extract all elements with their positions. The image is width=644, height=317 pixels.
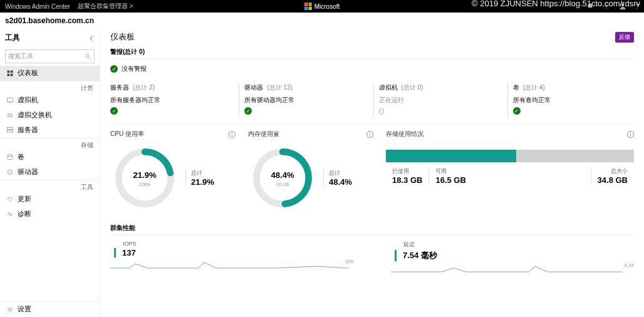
info-icon[interactable]: i	[229, 131, 236, 138]
sidebar: 工具 搜索工具 仪表板计算虚拟机虚拟交换机服务器存储卷驱动器工具更新诊断 设置	[0, 29, 100, 317]
summary-card[interactable]: 服务器(总计 2)所有服务器均正常✓	[110, 83, 231, 117]
svg-rect-6	[11, 74, 13, 76]
perf-section-label: 群集性能	[110, 224, 634, 232]
product-name[interactable]: Windows Admin Center	[5, 3, 70, 10]
summary-card[interactable]: 虚拟机(总计 0)正在运行0	[373, 83, 500, 117]
cpu-card: CPU 使用率i 21.9% /100% 总计 21.9%	[110, 130, 236, 212]
nav-icon	[6, 210, 14, 218]
sidebar-item-更新[interactable]: 更新	[0, 192, 100, 207]
summary-cards: 服务器(总计 2)所有服务器均正常✓驱动器(总计 12)所有驱动器均正常✓虚拟机…	[110, 80, 634, 124]
search-icon	[85, 53, 91, 60]
svg-rect-3	[8, 71, 10, 73]
nav-icon	[6, 153, 14, 161]
nav-section-label: 工具	[0, 180, 100, 192]
help-icon[interactable]: ?	[635, 3, 639, 10]
notifications-icon[interactable]	[586, 3, 594, 10]
sidebar-item-驱动器[interactable]: 驱动器	[0, 165, 100, 180]
dashboard-content: 仪表板 反馈 警报(总计 0) ✓ 没有警报 服务器(总计 2)所有服务器均正常…	[100, 29, 644, 317]
user-icon[interactable]	[619, 3, 626, 10]
latency-chart: 延迟 7.54 毫秒 8.32	[391, 239, 634, 273]
storage-card: 存储使用情况i 已使用18.3 GB 可用16.5 GB 总大小34.8 GB	[386, 130, 634, 212]
brand: Microsoft	[304, 3, 340, 10]
alerts-status: ✓ 没有警报	[110, 60, 634, 80]
svg-text:/100%: /100%	[139, 182, 151, 187]
nav-icon	[6, 127, 14, 134]
latency-sparkline	[391, 264, 634, 273]
sidebar-item-settings[interactable]: 设置	[0, 302, 100, 317]
search-input[interactable]: 搜索工具	[5, 49, 95, 63]
svg-point-1	[621, 4, 625, 7]
memory-card: 内存使用量i 48.4% /20 GB 总计 48.4%	[248, 130, 373, 212]
check-icon: ✓	[110, 107, 118, 115]
check-icon: ✓	[110, 65, 118, 73]
nav-section-label: 存储	[0, 138, 100, 150]
sidebar-item-虚拟交换机[interactable]: 虚拟交换机	[0, 108, 100, 123]
alerts-label: 警报(总计 0)	[110, 48, 634, 56]
settings-icon[interactable]	[603, 3, 610, 10]
svg-rect-8	[8, 128, 13, 130]
info-icon[interactable]: i	[627, 131, 634, 138]
nav-sections: 仪表板计算虚拟机虚拟交换机服务器存储卷驱动器工具更新诊断	[0, 66, 100, 222]
gear-icon	[6, 306, 14, 313]
svg-text:48.4%: 48.4%	[271, 170, 294, 180]
svg-rect-9	[8, 130, 13, 132]
sidebar-item-卷[interactable]: 卷	[0, 150, 100, 165]
svg-point-10	[8, 155, 13, 157]
check-icon: ✓	[244, 107, 252, 115]
svg-point-12	[9, 172, 11, 173]
microsoft-logo-icon	[304, 3, 312, 10]
svg-rect-5	[8, 74, 10, 76]
svg-point-2	[85, 54, 89, 58]
nav-icon	[6, 169, 14, 176]
summary-card[interactable]: 驱动器(总计 12)所有驱动器均正常✓	[239, 83, 365, 117]
svg-point-13	[9, 308, 11, 311]
nav-icon	[6, 96, 14, 104]
svg-rect-7	[8, 98, 13, 101]
breadcrumb-context[interactable]: 超聚合群集管理器 >	[78, 2, 133, 11]
page-title: 仪表板	[110, 31, 135, 43]
iops-chart: IOPS 137 338	[110, 239, 353, 273]
summary-card[interactable]: 卷(总计 4)所有卷均正常✓	[507, 83, 634, 117]
sidebar-item-仪表板[interactable]: 仪表板	[0, 66, 100, 81]
info-icon[interactable]: i	[366, 131, 373, 138]
nav-section-label: 计算	[0, 81, 100, 93]
feedback-button[interactable]: 反馈	[615, 32, 634, 43]
hostname: s2d01.basehome.com.cn	[0, 13, 644, 29]
iops-sparkline	[110, 260, 353, 269]
collapse-icon[interactable]	[88, 35, 95, 41]
storage-bar	[386, 150, 634, 162]
sidebar-item-诊断[interactable]: 诊断	[0, 207, 100, 222]
cpu-percent: 21.9%	[133, 170, 156, 180]
sidebar-title: 工具	[5, 33, 20, 43]
nav-icon	[6, 195, 14, 203]
svg-text:/20 GB: /20 GB	[276, 182, 289, 187]
nav-icon	[6, 70, 14, 77]
svg-rect-4	[11, 71, 13, 73]
sidebar-item-虚拟机[interactable]: 虚拟机	[0, 93, 100, 108]
memory-donut-chart: 48.4% /20 GB	[248, 143, 317, 212]
svg-point-0	[606, 6, 608, 8]
global-topbar: Windows Admin Center 超聚合群集管理器 > Microsof…	[0, 0, 644, 13]
nav-icon	[6, 112, 14, 119]
cpu-donut-chart: 21.9% /100%	[110, 143, 179, 212]
sidebar-item-服务器[interactable]: 服务器	[0, 123, 100, 138]
check-icon: ✓	[513, 107, 521, 115]
